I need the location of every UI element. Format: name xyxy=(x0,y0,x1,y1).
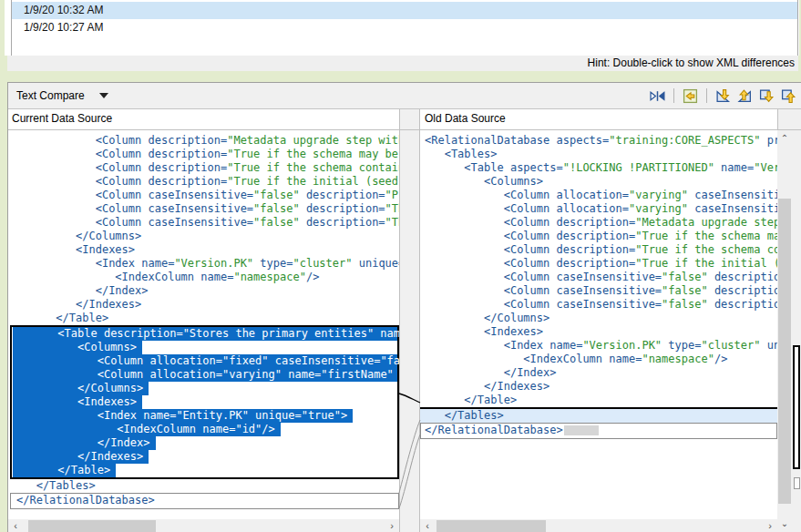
diff-overview-ruler xyxy=(792,130,801,532)
code-line[interactable]: </Indexes> xyxy=(16,298,399,312)
current-diff-marker[interactable] xyxy=(793,345,800,469)
code-line[interactable]: </RelationalDatabase> xyxy=(10,493,399,509)
code-line[interactable]: <Index name="Version.PK" type="cluster" … xyxy=(425,339,777,353)
hint-text: Hint: Double-click to show XML differenc… xyxy=(588,56,795,69)
code-line[interactable]: <Table description="Stores the primary e… xyxy=(18,327,397,341)
code-line[interactable]: <Column description="True if the schema … xyxy=(16,148,399,161)
code-line[interactable]: </Table> xyxy=(425,394,777,407)
scrollbar-thumb[interactable] xyxy=(436,520,546,532)
code-line[interactable]: </Table> xyxy=(16,312,399,325)
code-line[interactable]: </Indexes> xyxy=(18,450,397,464)
code-line[interactable]: <Column description="Metadata upgrade st… xyxy=(16,134,399,148)
code-line[interactable]: <Column caseInsensitive="false" descript… xyxy=(16,189,399,202)
scroll-right-icon[interactable]: › xyxy=(385,519,399,532)
compare-editor-window: 1/9/20 10:32 AM 1/9/20 10:27 AM Hint: Do… xyxy=(0,0,801,532)
code-line[interactable]: <Column allocation="fixed" caseInsensiti… xyxy=(18,354,397,368)
code-line[interactable]: </RelationalDatabase> xyxy=(420,423,777,439)
scrollbar-thumb[interactable] xyxy=(28,520,156,532)
code-line[interactable]: <Columns> xyxy=(18,341,397,354)
right-pane[interactable]: <RelationalDatabase aspects="training:CO… xyxy=(420,130,777,519)
scroll-right-icon[interactable]: › xyxy=(763,519,777,532)
code-line[interactable]: <Indexes> xyxy=(18,395,397,409)
code-line[interactable]: <Index name="Version.PK" type="cluster" … xyxy=(16,257,399,271)
code-line[interactable]: <Column caseInsensitive="false" descript… xyxy=(425,284,777,298)
code-line[interactable]: <Column caseInsensitive="false" descript… xyxy=(16,216,399,230)
scrollbar-thumb[interactable] xyxy=(778,199,791,504)
toolbar-separator xyxy=(706,88,707,103)
toolbar-separator xyxy=(673,88,674,103)
hint-bar: Hint: Double-click to show XML differenc… xyxy=(7,56,798,71)
code-line[interactable]: <Index name="Entity.PK" unique="true"> xyxy=(18,409,397,423)
next-difference-icon[interactable] xyxy=(715,88,731,104)
scrollbar-header xyxy=(777,109,801,129)
code-line[interactable]: <Column allocation="varying" caseInsensi… xyxy=(425,189,777,202)
code-line[interactable]: <Table aspects="!LOCKING !PARTITIONED" n… xyxy=(425,161,777,175)
code-line[interactable]: <Indexes> xyxy=(425,325,777,339)
code-line[interactable]: <Column description="True if the schema … xyxy=(425,230,777,243)
gutter-header xyxy=(399,109,420,129)
scroll-down-icon[interactable]: ⌄ xyxy=(777,517,792,532)
scroll-left-icon[interactable]: ‹ xyxy=(420,519,435,532)
code-line[interactable] xyxy=(425,439,777,453)
next-change-icon[interactable] xyxy=(759,88,775,104)
code-line[interactable]: <Column description="Metadata upgrade st… xyxy=(425,216,777,230)
compare-toolbar: Text Compare xyxy=(8,83,801,109)
code-line[interactable]: </Tables> xyxy=(420,409,777,423)
swap-left-right-icon[interactable] xyxy=(650,88,665,104)
revision-row[interactable]: 1/9/20 10:32 AM xyxy=(12,2,797,19)
left-pane[interactable]: <Column description="Metadata upgrade st… xyxy=(8,130,399,519)
revision-list: 1/9/20 10:32 AM 1/9/20 10:27 AM xyxy=(11,0,798,56)
code-line[interactable]: </Columns> xyxy=(425,312,777,325)
code-line[interactable]: <IndexColumn name="namespace"/> xyxy=(425,353,777,366)
revision-row[interactable]: 1/9/20 10:27 AM xyxy=(12,19,797,36)
code-line[interactable]: <IndexColumn name="namespace"/> xyxy=(16,271,399,284)
dropdown-caret-icon[interactable] xyxy=(99,93,108,98)
code-line[interactable]: <Column description="True if the initial… xyxy=(16,175,399,189)
code-line[interactable]: </Columns> xyxy=(18,382,397,395)
code-line[interactable] xyxy=(16,509,399,519)
code-line[interactable]: <Column caseInsensitive="false" descript… xyxy=(16,202,399,216)
pane-headers: Current Data Source Old Data Source xyxy=(8,109,801,130)
code-line[interactable]: </Columns> xyxy=(16,230,399,243)
code-line[interactable]: <RelationalDatabase aspects="training:CO… xyxy=(425,134,777,148)
code-line[interactable]: <Column caseInsensitive="false" descript… xyxy=(425,298,777,312)
previous-change-icon[interactable] xyxy=(781,88,796,104)
code-line[interactable]: <Columns> xyxy=(425,175,777,189)
center-gutter xyxy=(399,130,420,532)
code-line[interactable]: </Indexes> xyxy=(425,380,777,394)
selected-diff-block: <Table description="Stores the primary e… xyxy=(10,325,399,479)
right-horizontal-scrollbar[interactable]: ‹ › xyxy=(420,519,777,532)
code-line[interactable]: <Column caseInsensitive="false" descript… xyxy=(425,271,777,284)
code-line[interactable]: <Column description="True if the initial… xyxy=(425,257,777,271)
code-line[interactable]: </Index> xyxy=(18,436,397,450)
toolbar-icons xyxy=(650,88,796,104)
vertical-scrollbar[interactable]: ⌃ ⌄ xyxy=(777,130,792,532)
left-horizontal-scrollbar[interactable]: ‹ › xyxy=(8,519,399,532)
code-line[interactable]: </Tables> xyxy=(16,479,399,493)
code-line[interactable]: </Index> xyxy=(425,366,777,380)
left-pane-title: Current Data Source xyxy=(8,109,399,129)
previous-difference-icon[interactable] xyxy=(737,88,753,104)
change-region-shade xyxy=(564,425,599,435)
scroll-left-icon[interactable]: ‹ xyxy=(8,519,23,532)
compare-editor: Text Compare xyxy=(7,82,801,532)
compare-mode-label: Text Compare xyxy=(16,89,85,102)
left-code: <Column description="Metadata upgrade st… xyxy=(16,134,399,519)
diff-marker[interactable] xyxy=(794,477,800,489)
scroll-up-icon[interactable]: ⌃ xyxy=(777,132,792,147)
code-line[interactable]: <Column description="True if the schema … xyxy=(16,161,399,175)
code-line[interactable]: </Table> xyxy=(18,464,397,477)
copy-all-right-to-left-icon[interactable] xyxy=(683,88,698,104)
right-code: <RelationalDatabase aspects="training:CO… xyxy=(425,134,777,453)
code-line[interactable]: <Column description="True if the schema … xyxy=(425,243,777,257)
code-line[interactable]: <Tables> xyxy=(425,148,777,161)
code-line[interactable]: </Index> xyxy=(16,284,399,298)
code-line[interactable]: <Column allocation="varying" name="first… xyxy=(18,368,397,382)
compare-body: <Column description="Metadata upgrade st… xyxy=(8,130,801,532)
right-pane-title: Old Data Source xyxy=(420,109,777,129)
code-line[interactable]: <Indexes> xyxy=(16,243,399,257)
code-line[interactable]: <Column allocation="varying" caseInsensi… xyxy=(425,202,777,216)
code-line[interactable]: <IndexColumn name="id"/> xyxy=(18,423,397,436)
